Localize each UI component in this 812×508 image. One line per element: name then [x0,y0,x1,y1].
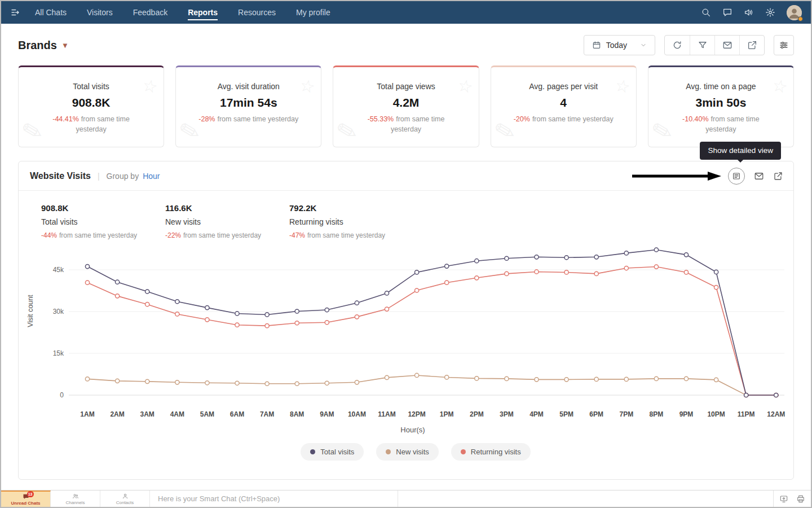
card-delta: -10.40%from same time yesterday [660,115,782,134]
svg-text:5PM: 5PM [559,410,573,418]
card-value: 908.8K [30,96,152,110]
card-title: Avg. time on a page [660,82,782,91]
nav-item-my-profile[interactable]: My profile [296,1,330,24]
svg-text:6AM: 6AM [230,410,244,418]
stat-new-visits: 116.6K New visits -22%from same time yes… [165,203,289,239]
bottom-bar: 13 Unread Chats Channels Contacts [1,490,811,507]
group-by-label: Group by [107,172,139,181]
svg-text:5AM: 5AM [200,410,214,418]
svg-text:7PM: 7PM [619,410,633,418]
tab-contacts[interactable]: Contacts [100,491,150,507]
panel-stats: 908.8K Total visits -44%from same time y… [19,191,793,239]
svg-text:15k: 15k [53,349,64,357]
main-nav: All Chats Visitors Feedback Reports Reso… [35,1,330,24]
card-title: Total visits [30,82,152,91]
chat-icon: 13 [23,493,29,500]
tooltip-show-detailed-view: Show detailed view [700,142,781,160]
svg-text:3AM: 3AM [140,410,155,418]
svg-text:10AM: 10AM [348,410,366,418]
svg-text:2PM: 2PM [470,410,484,418]
tab-unread-chats[interactable]: 13 Unread Chats [1,491,51,507]
svg-text:4PM: 4PM [529,410,544,418]
speaker-icon[interactable] [744,7,754,17]
card-title: Total page views [345,82,467,91]
screen-share-icon[interactable] [779,494,788,503]
card-delta: -20%from same time yesterday [502,115,625,125]
annotation-arrow [632,172,721,181]
legend-total-visits[interactable]: Total visits [301,443,364,461]
stat-card-avg-time-on-page: ✎ ☆ Avg. time on a page 3min 50s -10.40%… [648,65,794,147]
group-by-value-link[interactable]: Hour [143,172,160,181]
card-value: 4.2M [345,96,467,110]
filter-icon[interactable] [690,36,714,55]
export-icon[interactable] [739,36,764,55]
visits-line-chart[interactable]: 015k30k45k1AM2AM3AM4AM5AM6AM7AM8AM9AM10A… [38,244,788,422]
legend-dot [461,449,466,454]
svg-text:12AM: 12AM [767,410,785,418]
search-icon[interactable] [701,7,711,17]
svg-text:12PM: 12PM [408,410,425,418]
svg-text:8AM: 8AM [290,410,304,418]
legend-returning-visits[interactable]: Returning visits [451,443,531,461]
svg-text:10PM: 10PM [707,410,725,418]
smart-chat-input[interactable] [150,491,398,507]
bottom-bar-icons [773,491,811,507]
bottom-bar-spacer [398,491,773,507]
email-report-icon[interactable] [754,171,764,181]
chat-icon[interactable] [722,7,732,17]
app-window: All Chats Visitors Feedback Reports Reso… [0,0,812,508]
website-visits-panel: Show detailed view Website Visits | Grou… [18,161,794,480]
chart-area: Visit count 015k30k45k1AM2AM3AM4AM5AM6AM… [19,239,793,461]
person-icon [122,493,129,500]
card-title: Avg. visit duration [187,82,310,91]
customize-button[interactable] [774,35,794,55]
svg-text:45k: 45k [53,266,64,274]
print-icon[interactable] [796,494,805,503]
legend-dot [386,449,391,454]
nav-item-feedback[interactable]: Feedback [133,1,167,24]
date-filter-value: Today [606,41,627,50]
stat-card-total-page-views: ✎ ☆ Total page views 4.2M -55.33%from sa… [333,65,479,147]
nav-item-visitors[interactable]: Visitors [87,1,113,24]
sidebar-expand-icon[interactable] [10,7,20,17]
card-delta: -44.41%from same time yesterday [30,115,152,134]
stat-total-visits: 908.8K Total visits -44%from same time y… [41,203,165,239]
nav-item-reports[interactable]: Reports [188,1,218,24]
top-nav: All Chats Visitors Feedback Reports Reso… [1,1,811,24]
open-new-tab-icon[interactable] [773,171,783,181]
tab-channels[interactable]: Channels [51,491,100,507]
panel-header: Website Visits | Group by Hour [19,161,793,191]
card-title: Avg. pages per visit [502,82,625,91]
panel-title: Website Visits [30,171,91,181]
page-title: Brands [18,39,57,52]
panel-icons [728,168,783,185]
legend-new-visits[interactable]: New visits [376,443,439,461]
detailed-view-button[interactable] [728,168,745,185]
date-filter-button[interactable]: Today [584,35,655,55]
svg-text:11AM: 11AM [378,410,395,418]
refresh-icon[interactable] [665,36,690,55]
chevron-down-icon [640,42,647,49]
calendar-icon [592,41,601,50]
avatar[interactable] [787,5,802,20]
brands-selector[interactable]: Brands ▼ [18,39,69,52]
chart-legend: Total visits New visits Returning visits [38,443,793,461]
report-toolbar [664,35,765,55]
card-value: 3min 50s [660,96,782,110]
stat-card-avg-pages-per-visit: ✎ ☆ Avg. pages per visit 4 -20%from same… [491,65,637,147]
svg-text:8PM: 8PM [650,410,664,418]
sliders-icon [779,40,789,50]
nav-item-all-chats[interactable]: All Chats [35,1,67,24]
svg-text:1PM: 1PM [440,410,454,418]
page-header: Brands ▼ Today [1,24,811,65]
mail-icon[interactable] [714,36,739,55]
gear-icon[interactable] [765,7,775,17]
svg-text:4AM: 4AM [170,410,184,418]
x-axis-label: Hour(s) [38,426,788,434]
nav-right-icons [701,5,802,20]
divider: | [98,172,100,181]
card-delta: -28%from same time yesterday [187,115,310,125]
svg-text:9PM: 9PM [679,410,694,418]
stat-card-avg-visit-duration: ✎ ☆ Avg. visit duration 17min 54s -28%fr… [175,65,321,147]
nav-item-resources[interactable]: Resources [238,1,276,24]
